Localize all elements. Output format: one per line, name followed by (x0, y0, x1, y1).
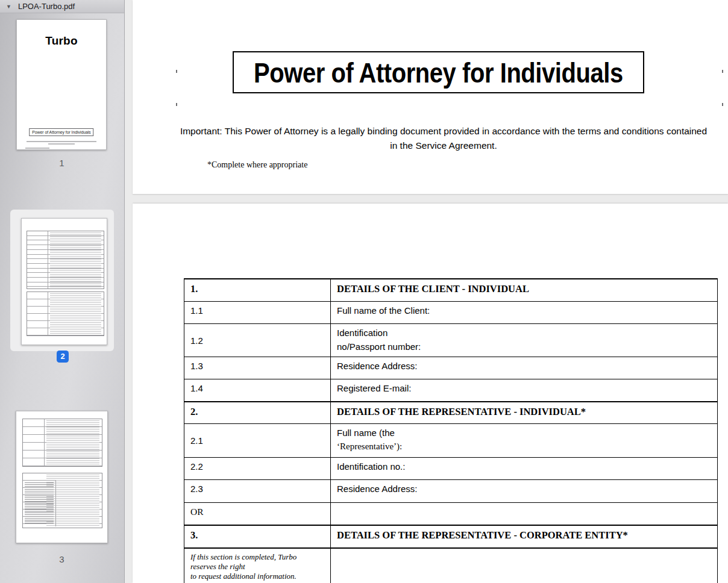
row-label-cell: Registered E-mail: (331, 379, 717, 401)
thumb1-text-line (25, 148, 49, 149)
crop-mark (722, 103, 723, 106)
row-number-cell: 2.3 (184, 480, 331, 502)
table-row-1-4: 1.4 Registered E-mail: (184, 379, 717, 401)
table-row-section-1: 1. DETAILS OF THE CLIENT - INDIVIDUAL (184, 279, 717, 301)
row-number-cell: 1.2 (184, 324, 331, 357)
details-table: 1. DETAILS OF THE CLIENT - INDIVIDUAL 1.… (184, 278, 718, 583)
row-label-cell: Residence Address: (331, 357, 717, 379)
table-row-2-1: 2.1 Full name (the ‘Representative’): (184, 423, 717, 457)
table-row-1-3: 1.3 Residence Address: (184, 357, 717, 379)
table-row-1-1: 1.1 Full name of the Client: (184, 301, 717, 323)
row-number-cell: 1. (184, 279, 331, 301)
thumb1-brand-text: Turbo (17, 34, 106, 48)
crop-mark (176, 103, 177, 106)
document-title-box: Power of Attorney for Individuals (233, 51, 644, 93)
crop-mark (176, 70, 177, 73)
row-label-cell: Full name of the Client: (331, 302, 717, 323)
page-number-label-3: 3 (0, 554, 124, 564)
document-viewer: Power of Attorney for Individuals Import… (125, 0, 728, 583)
row-number-cell: 2. (184, 402, 331, 423)
important-notice-line1: Important: This Power of Attorney is a l… (146, 124, 728, 139)
thumb1-boxed-title: Power of Attorney for Individuals (29, 128, 93, 136)
page-number-label-1: 1 (0, 158, 124, 168)
important-notice-line2: in the Service Agreement. (146, 139, 728, 153)
document-page-1: Power of Attorney for Individuals Import… (133, 0, 728, 194)
page-thumbnail-2[interactable] (21, 218, 107, 345)
table-row-or: OR (184, 502, 717, 525)
row-label-cell (331, 549, 717, 583)
disclosure-triangle-icon[interactable]: ▼ (6, 4, 11, 10)
row-number-cell: 2.2 (184, 458, 331, 479)
row-label-cell: Full name (the ‘Representative’): (331, 424, 717, 457)
table-row-2-3: 2.3 Residence Address: (184, 479, 717, 502)
document-title: Power of Attorney for Individuals (254, 56, 623, 89)
row-label-cell: Identification no/Passport number: (331, 324, 717, 357)
thumb3-risk-warning-block (23, 480, 56, 526)
table-row-section-3: 3. DETAILS OF THE REPRESENTATIVE - CORPO… (184, 525, 717, 547)
row-number-cell: 1.1 (184, 302, 331, 323)
row-label-cell: Residence Address: (331, 480, 717, 502)
thumb2-mini-table (27, 292, 104, 336)
table-row-2-2: 2.2 Identification no.: (184, 457, 717, 479)
row-label-cell: DETAILS OF THE CLIENT - INDIVIDUAL (331, 279, 717, 301)
sidebar-document-header[interactable]: ▼ LPOA-Turbo.pdf (0, 0, 124, 13)
row-number-cell: 1.3 (184, 357, 331, 379)
row-number-cell: OR (184, 503, 331, 525)
row-label-cell: DETAILS OF THE REPRESENTATIVE - INDIVIDU… (331, 402, 717, 423)
row-label-cell (331, 503, 717, 525)
thumb3-mini-table (22, 419, 102, 467)
table-row-section-2: 2. DETAILS OF THE REPRESENTATIVE - INDIV… (184, 401, 717, 423)
thumb1-text-line (27, 141, 96, 142)
row-number-cell: 2.1 (184, 424, 331, 457)
thumb1-text-line (48, 143, 75, 145)
document-filename: LPOA-Turbo.pdf (18, 2, 75, 11)
page-thumbnail-3[interactable] (16, 411, 108, 543)
table-row-corporate-note: If this section is completed, Turbo rese… (184, 547, 717, 583)
complete-where-appropriate-note: *Complete where appropriate (207, 160, 307, 170)
row-number-cell: 1.4 (184, 379, 331, 401)
selected-page-badge: 2 (57, 351, 69, 363)
page-thumbnail-1[interactable]: Turbo Power of Attorney for Individuals (16, 19, 107, 150)
crop-mark (722, 70, 723, 73)
row-label-cell: DETAILS OF THE REPRESENTATIVE - CORPORAT… (331, 526, 717, 547)
thumb3-mini-table (22, 473, 102, 528)
important-notice: Important: This Power of Attorney is a l… (146, 124, 728, 152)
document-page-2: 1. DETAILS OF THE CLIENT - INDIVIDUAL 1.… (133, 204, 728, 583)
row-label-cell: Identification no.: (331, 458, 717, 479)
row-note-cell: If this section is completed, Turbo rese… (184, 549, 331, 583)
table-row-1-2: 1.2 Identification no/Passport number: (184, 323, 717, 357)
thumb2-mini-table (27, 231, 104, 289)
row-number-cell: 3. (184, 526, 331, 547)
thumbnail-sidebar: ▼ LPOA-Turbo.pdf Turbo Power of Attorney… (0, 0, 125, 583)
